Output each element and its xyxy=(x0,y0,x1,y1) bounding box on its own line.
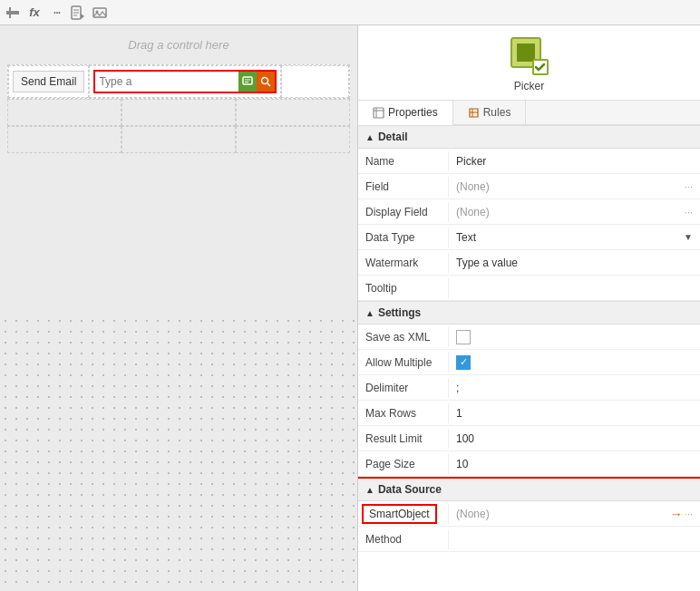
svg-line-13 xyxy=(267,83,270,86)
toolbar-image-icon[interactable] xyxy=(91,4,109,22)
picker-text-input[interactable] xyxy=(95,73,238,90)
prop-method-value xyxy=(449,536,700,543)
tabs: Properties Rules xyxy=(358,101,700,125)
datasource-section-header: ▲ Data Source xyxy=(358,477,700,501)
prop-allow-multiple-label: Allow Multiple xyxy=(358,353,449,373)
prop-display-field-text: (None) xyxy=(456,206,490,218)
prop-smartobject-value: (None) → ··· xyxy=(449,503,700,525)
smartobject-label[interactable]: SmartObject xyxy=(362,504,437,524)
datasource-section-label: Data Source xyxy=(378,483,442,496)
empty-cell-r1c3 xyxy=(236,99,350,126)
prop-name-value: Picker xyxy=(449,151,700,171)
prop-tooltip-row: Tooltip xyxy=(358,276,700,301)
detail-section-header: ▲ Detail xyxy=(358,125,700,149)
prop-result-limit-row: Result Limit 100 xyxy=(358,426,700,451)
prop-smartobject-row: SmartObject (None) → ··· xyxy=(358,501,700,527)
empty-cell-r2c3 xyxy=(236,126,350,153)
prop-max-rows-label: Max Rows xyxy=(358,403,449,423)
left-panel: Drag a control here Send Email xyxy=(0,25,358,591)
tab-properties[interactable]: Properties xyxy=(358,101,453,125)
prop-max-rows-row: Max Rows 1 xyxy=(358,401,700,426)
prop-delimiter-text: ; xyxy=(456,382,459,394)
svg-rect-1 xyxy=(9,7,11,18)
svg-rect-15 xyxy=(517,44,535,62)
svg-point-12 xyxy=(262,78,268,84)
prop-page-size-value: 10 xyxy=(449,454,700,474)
empty-cell-1 xyxy=(281,65,349,98)
prop-save-xml-row: Save as XML xyxy=(358,325,700,350)
prop-display-field-row: Display Field (None) ··· xyxy=(358,199,700,225)
prop-delimiter-value: ; xyxy=(449,378,700,398)
prop-page-size-text: 10 xyxy=(456,458,468,470)
properties-icon xyxy=(373,107,384,119)
send-email-cell: Send Email xyxy=(8,65,89,98)
prop-name-row: Name Picker xyxy=(358,149,700,174)
datasource-collapse-icon[interactable]: ▲ xyxy=(365,485,374,495)
settings-collapse-icon[interactable]: ▲ xyxy=(365,308,374,318)
prop-smartobject-text: (None) xyxy=(456,508,490,520)
detail-section-label: Detail xyxy=(378,131,408,143)
prop-display-field-label: Display Field xyxy=(358,202,449,222)
data-type-select-wrapper: Text ▼ xyxy=(456,231,693,244)
empty-rows xyxy=(7,99,350,153)
prop-watermark-value: Type a value xyxy=(449,253,700,273)
empty-row-1 xyxy=(7,99,350,126)
prop-field-text: (None) xyxy=(456,180,490,193)
toolbar-fx-icon[interactable]: fx xyxy=(25,4,44,22)
prop-result-limit-label: Result Limit xyxy=(358,429,449,449)
prop-tooltip-label: Tooltip xyxy=(358,278,449,298)
svg-rect-9 xyxy=(243,77,252,84)
canvas-area: Drag a control here Send Email xyxy=(0,25,357,315)
rules-icon xyxy=(468,107,480,119)
empty-cell-r1c2 xyxy=(122,99,236,126)
prop-watermark-label: Watermark xyxy=(358,253,449,273)
prop-data-type-row: Data Type Text ▼ xyxy=(358,225,700,250)
toolbar-icon-1[interactable] xyxy=(4,4,22,22)
tab-rules[interactable]: Rules xyxy=(453,101,527,124)
prop-max-rows-text: 1 xyxy=(456,407,462,420)
prop-field-dots: ··· xyxy=(685,181,693,192)
save-xml-checkbox[interactable] xyxy=(456,330,471,344)
detail-collapse-icon[interactable]: ▲ xyxy=(365,132,374,142)
toolbar: fx ··· xyxy=(0,0,700,25)
prop-field-value[interactable]: (None) ··· xyxy=(449,177,700,197)
tab-properties-label: Properties xyxy=(388,106,438,119)
picker-cell xyxy=(89,65,281,98)
tooltip-input[interactable] xyxy=(456,282,693,295)
empty-row-2 xyxy=(7,126,350,153)
picker-search-button[interactable] xyxy=(257,72,275,92)
prop-page-size-label: Page Size xyxy=(358,454,449,474)
prop-name-text: Picker xyxy=(456,155,486,168)
prop-delimiter-row: Delimiter ; xyxy=(358,375,700,401)
picker-input-wrapper xyxy=(93,70,277,93)
prop-watermark-row: Watermark Type a value xyxy=(358,250,700,276)
prop-watermark-text: Type a value xyxy=(456,257,518,269)
smartobject-dots: ··· xyxy=(685,509,693,519)
toolbar-script-icon[interactable] xyxy=(69,4,87,22)
prop-name-label: Name xyxy=(358,151,449,171)
prop-page-size-row: Page Size 10 xyxy=(358,451,700,477)
prop-field-row: Field (None) ··· xyxy=(358,174,700,199)
smartobject-arrow-icon: → xyxy=(670,507,683,521)
picker-title-label: Picker xyxy=(514,80,544,92)
properties-panel: ▲ Detail Name Picker Field (None) ··· xyxy=(358,125,700,591)
main-layout: Drag a control here Send Email xyxy=(0,25,700,591)
smartobject-value-row: (None) → ··· xyxy=(456,507,693,521)
prop-allow-multiple-row: Allow Multiple ✓ xyxy=(358,350,700,375)
prop-delimiter-label: Delimiter xyxy=(358,378,449,398)
toolbar-dots-icon[interactable]: ··· xyxy=(47,4,65,22)
prop-tooltip-value[interactable] xyxy=(449,278,700,298)
picker-icon xyxy=(510,36,549,76)
prop-display-field-value[interactable]: (None) ··· xyxy=(449,202,700,222)
empty-cell-r2c2 xyxy=(122,126,236,153)
allow-multiple-checkbox[interactable]: ✓ xyxy=(456,355,471,370)
send-email-button[interactable]: Send Email xyxy=(13,71,84,92)
prop-data-type-label: Data Type xyxy=(358,228,449,247)
picker-browse-button[interactable] xyxy=(238,72,257,92)
control-row: Send Email xyxy=(7,64,350,99)
svg-rect-0 xyxy=(6,11,19,15)
prop-data-type-value[interactable]: Text ▼ xyxy=(449,228,700,247)
dots-area xyxy=(0,315,357,591)
prop-method-row: Method xyxy=(358,527,700,552)
prop-display-field-dots: ··· xyxy=(685,207,693,218)
